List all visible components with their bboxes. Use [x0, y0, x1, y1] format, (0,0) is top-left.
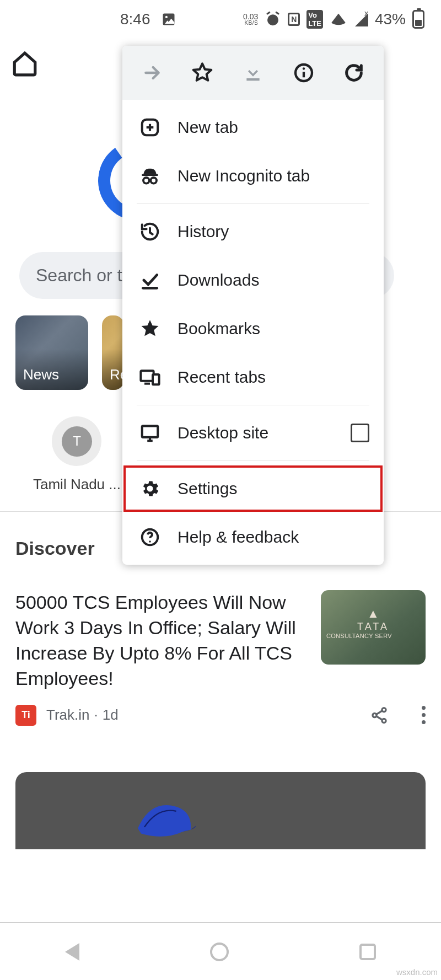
source-badge: Ti — [15, 705, 36, 726]
netspeed-indicator: 0.03 KB/S — [243, 13, 258, 26]
article-source: Trak.in — [46, 706, 90, 724]
wifi-icon — [330, 14, 347, 25]
cap-graphic — [131, 794, 197, 849]
reload-icon[interactable] — [342, 61, 366, 85]
article-card-2[interactable] — [15, 772, 426, 849]
help-icon — [137, 527, 163, 548]
image-icon — [160, 11, 177, 28]
menu-help[interactable]: Help & feedback — [122, 513, 384, 561]
battery-percent: 43% — [375, 10, 406, 28]
history-icon — [137, 221, 163, 242]
svg-point-1 — [165, 16, 167, 18]
article-card[interactable]: 50000 TCS Employees Will Now Work 3 Days… — [15, 590, 426, 726]
bookmark-star-icon — [137, 318, 163, 339]
menu-desktop-site[interactable]: Desktop site — [122, 409, 384, 457]
system-nav-bar — [0, 922, 441, 980]
gear-icon — [137, 478, 163, 499]
download-icon[interactable] — [241, 61, 265, 85]
plus-square-icon — [137, 117, 163, 138]
nav-recents-icon[interactable] — [359, 944, 376, 960]
share-icon[interactable] — [370, 706, 389, 725]
battery-icon — [412, 10, 424, 29]
svg-point-13 — [150, 178, 157, 184]
alarm-icon — [265, 11, 281, 28]
signal-icon: x — [354, 12, 368, 26]
svg-rect-16 — [153, 374, 159, 384]
menu-new-tab[interactable]: New tab — [122, 103, 384, 152]
tile-news[interactable]: News — [15, 315, 88, 390]
shortcut-letter: T — [62, 426, 92, 457]
menu-history[interactable]: History — [122, 207, 384, 256]
devices-icon — [137, 366, 163, 388]
incognito-icon — [137, 165, 163, 187]
svg-rect-17 — [142, 426, 158, 437]
status-time: 8:46 — [120, 10, 150, 28]
svg-point-12 — [143, 178, 149, 184]
desktop-icon — [137, 422, 163, 443]
volte-icon: VoLTE — [306, 10, 323, 29]
menu-settings[interactable]: Settings — [122, 464, 384, 513]
menu-incognito[interactable]: New Incognito tab — [122, 152, 384, 200]
shortcut-item[interactable]: T Tamil Nadu ... — [33, 416, 121, 493]
suggestion-tiles: News Re — [15, 315, 124, 390]
shortcut-label: Tamil Nadu ... — [33, 476, 121, 493]
status-bar: 8:46 0.03 KB/S N VoLTE x 43% — [0, 0, 441, 39]
watermark: wsxdn.com — [396, 967, 438, 977]
nfc-icon: N — [288, 13, 300, 26]
svg-point-9 — [302, 67, 304, 69]
star-icon[interactable] — [190, 61, 214, 85]
menu-recent-tabs[interactable]: Recent tabs — [122, 353, 384, 401]
nav-back-icon[interactable] — [65, 943, 79, 961]
menu-bookmarks[interactable]: Bookmarks — [122, 304, 384, 353]
info-icon[interactable] — [292, 61, 316, 85]
tile-partial[interactable]: Re — [102, 315, 124, 390]
downloads-done-icon — [137, 270, 163, 291]
forward-icon[interactable] — [140, 61, 164, 85]
svg-rect-11 — [142, 174, 158, 176]
discover-heading: Discover — [15, 538, 95, 559]
article-title: 50000 TCS Employees Will Now Work 3 Days… — [15, 590, 304, 692]
desktop-site-checkbox[interactable] — [351, 424, 369, 442]
svg-point-19 — [149, 540, 150, 542]
overflow-menu: New tab New Incognito tab History Downlo… — [122, 46, 384, 565]
article-age: 1d — [103, 706, 119, 724]
nav-home-icon[interactable] — [210, 942, 229, 961]
svg-point-2 — [267, 14, 278, 25]
article-thumbnail: ▲ TATA CONSULTANCY SERV — [321, 590, 426, 665]
svg-rect-6 — [246, 78, 259, 81]
menu-downloads[interactable]: Downloads — [122, 256, 384, 304]
more-icon[interactable] — [422, 706, 426, 724]
